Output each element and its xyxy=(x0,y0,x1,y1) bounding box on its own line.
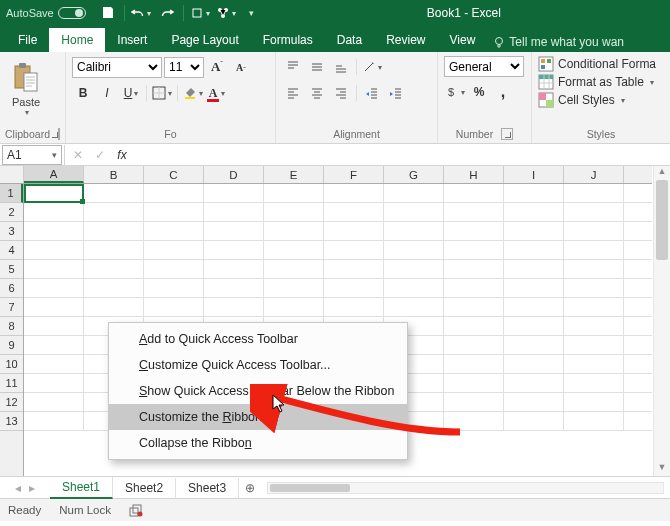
cell[interactable] xyxy=(24,355,84,374)
increase-indent-button[interactable] xyxy=(385,82,407,104)
sheet-tab[interactable]: Sheet3 xyxy=(176,478,239,498)
cell[interactable] xyxy=(504,203,564,222)
cell[interactable] xyxy=(384,279,444,298)
paste-button[interactable]: Paste ▾ xyxy=(6,56,46,122)
scroll-up-icon[interactable]: ▲ xyxy=(654,166,670,180)
cell[interactable] xyxy=(444,336,504,355)
row-header[interactable]: 10 xyxy=(0,355,23,374)
cell[interactable] xyxy=(24,241,84,260)
align-bottom-button[interactable] xyxy=(330,56,352,78)
cell[interactable] xyxy=(204,222,264,241)
tell-me-search[interactable]: Tell me what you wan xyxy=(493,35,624,52)
cell[interactable] xyxy=(84,222,144,241)
cell[interactable] xyxy=(504,393,564,412)
cell[interactable] xyxy=(444,393,504,412)
toggle-off-icon[interactable] xyxy=(58,7,86,19)
decrease-indent-button[interactable] xyxy=(361,82,383,104)
context-menu-item[interactable]: Show Quick Access Toolbar Below the Ribb… xyxy=(109,378,407,404)
percent-format-button[interactable]: % xyxy=(468,81,490,103)
align-top-button[interactable] xyxy=(282,56,304,78)
active-cell[interactable] xyxy=(24,184,84,203)
cell[interactable] xyxy=(144,222,204,241)
cell[interactable] xyxy=(564,184,624,203)
font-color-button[interactable]: A ▾ xyxy=(206,82,228,104)
cell[interactable] xyxy=(444,279,504,298)
scroll-thumb[interactable] xyxy=(656,180,668,260)
dialog-launcher-icon[interactable] xyxy=(58,128,60,140)
cell[interactable] xyxy=(504,374,564,393)
cell[interactable] xyxy=(84,298,144,317)
row-header[interactable]: 5 xyxy=(0,260,23,279)
cell[interactable] xyxy=(264,241,324,260)
undo-button[interactable]: ▾ xyxy=(129,2,153,24)
sheet-tab[interactable]: Sheet1 xyxy=(50,477,113,499)
align-center-button[interactable] xyxy=(306,82,328,104)
context-menu-item[interactable]: Customize Quick Access Toolbar... xyxy=(109,352,407,378)
cell[interactable] xyxy=(504,317,564,336)
cell[interactable] xyxy=(24,203,84,222)
col-header[interactable]: H xyxy=(444,166,504,183)
col-header[interactable]: A xyxy=(24,166,84,183)
scroll-thumb[interactable] xyxy=(270,484,350,492)
accounting-format-button[interactable]: $▾ xyxy=(444,81,466,103)
row-header[interactable]: 11 xyxy=(0,374,23,393)
cell[interactable] xyxy=(24,298,84,317)
row-header[interactable]: 13 xyxy=(0,412,23,431)
cell[interactable] xyxy=(84,260,144,279)
cell[interactable] xyxy=(504,241,564,260)
vertical-scrollbar[interactable]: ▲ ▼ xyxy=(653,166,670,476)
row-header[interactable]: 12 xyxy=(0,393,23,412)
formula-input[interactable] xyxy=(133,145,670,165)
dialog-launcher-icon[interactable] xyxy=(501,128,513,140)
cell[interactable] xyxy=(504,412,564,431)
horizontal-scrollbar[interactable] xyxy=(267,482,664,494)
cell[interactable] xyxy=(24,317,84,336)
cell[interactable] xyxy=(384,298,444,317)
tab-page-layout[interactable]: Page Layout xyxy=(159,28,250,52)
macro-record-icon[interactable] xyxy=(129,503,143,517)
context-menu-item[interactable]: Collapse the Ribbon xyxy=(109,430,407,456)
italic-button[interactable]: I xyxy=(96,82,118,104)
decrease-font-size-button[interactable]: Aˇ xyxy=(230,56,252,78)
cell[interactable] xyxy=(444,355,504,374)
cell[interactable] xyxy=(564,317,624,336)
font-size-select[interactable]: 11 xyxy=(164,57,204,78)
row-header[interactable]: 6 xyxy=(0,279,23,298)
cell[interactable] xyxy=(504,279,564,298)
col-header[interactable]: E xyxy=(264,166,324,183)
autosave-toggle[interactable]: AutoSave xyxy=(6,7,86,19)
cell[interactable] xyxy=(324,241,384,260)
col-header[interactable]: C xyxy=(144,166,204,183)
cell[interactable] xyxy=(24,393,84,412)
cell[interactable] xyxy=(264,298,324,317)
sheet-nav-next[interactable]: ▸ xyxy=(29,481,35,495)
cell[interactable] xyxy=(564,298,624,317)
tab-file[interactable]: File xyxy=(6,28,49,52)
qat-item-2[interactable]: ▾ xyxy=(214,2,238,24)
row-header[interactable]: 7 xyxy=(0,298,23,317)
col-header[interactable]: G xyxy=(384,166,444,183)
cell[interactable] xyxy=(324,298,384,317)
format-as-table-button[interactable]: Format as Table xyxy=(558,75,644,89)
cell[interactable] xyxy=(564,374,624,393)
cell[interactable] xyxy=(24,260,84,279)
conditional-format-button[interactable]: Conditional Forma xyxy=(558,57,656,71)
cell[interactable] xyxy=(444,260,504,279)
align-left-button[interactable] xyxy=(282,82,304,104)
cell[interactable] xyxy=(504,260,564,279)
number-format-select[interactable]: General xyxy=(444,56,524,77)
cell[interactable] xyxy=(384,203,444,222)
cell[interactable] xyxy=(84,279,144,298)
cell[interactable] xyxy=(564,279,624,298)
insert-function-button[interactable]: fx xyxy=(111,144,133,166)
qat-customize[interactable]: ▾ xyxy=(240,2,264,24)
increase-font-size-button[interactable]: Aˆ xyxy=(206,56,228,78)
cell[interactable] xyxy=(84,241,144,260)
cell[interactable] xyxy=(564,412,624,431)
column-headers[interactable]: A B C D E F G H I J xyxy=(24,166,652,184)
scroll-down-icon[interactable]: ▼ xyxy=(654,462,670,476)
cell[interactable] xyxy=(324,279,384,298)
tab-data[interactable]: Data xyxy=(325,28,374,52)
cell[interactable] xyxy=(264,203,324,222)
col-header[interactable]: J xyxy=(564,166,624,183)
